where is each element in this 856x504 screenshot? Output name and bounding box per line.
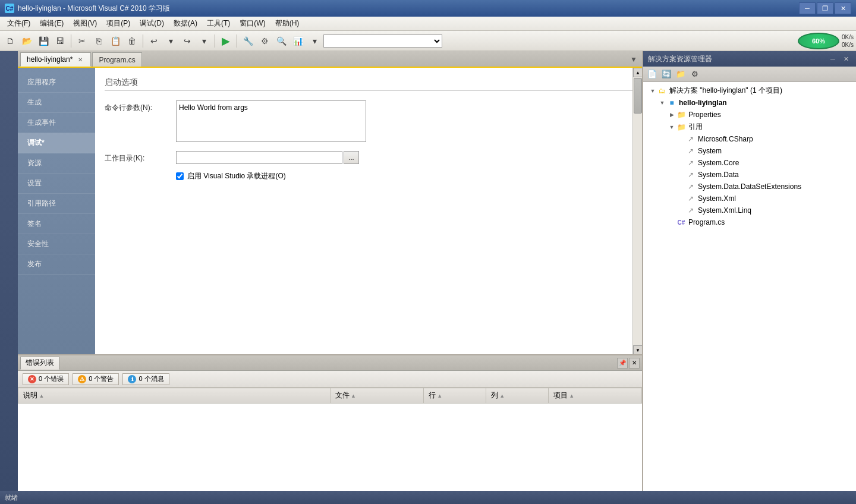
tree-expand-project[interactable]: ▼ [657, 98, 667, 108]
work-dir-input[interactable] [176, 151, 342, 164]
warning-count: 0 个警告 [89, 374, 114, 383]
toolbar-redo-dropdown[interactable]: ▾ [196, 33, 212, 49]
tree-ref-system-core[interactable]: ↗ System.Core [643, 157, 856, 169]
ref-icon-5: ↗ [686, 182, 696, 191]
tab-project-properties[interactable]: hello-liyinglan* ✕ [20, 52, 91, 67]
tree-project[interactable]: ▼ ■ hello-liyinglan [643, 97, 856, 109]
toolbar-icon2[interactable]: ⚙ [257, 33, 272, 49]
tree-expand-references[interactable]: ▼ [667, 122, 676, 132]
work-dir-label: 工作目录(K): [105, 151, 176, 163]
nav-resources[interactable]: 资源 [18, 153, 95, 174]
ref-icon-7: ↗ [686, 206, 696, 215]
scroll-down-arrow[interactable]: ▼ [633, 345, 642, 354]
col-line[interactable]: 行 [423, 388, 486, 404]
menu-window[interactable]: 窗口(W) [235, 17, 270, 30]
error-icon: ✕ [28, 375, 36, 383]
toolbar-icon1[interactable]: 🔧 [240, 33, 256, 49]
close-button[interactable]: ✕ [835, 2, 851, 14]
info-filter[interactable]: ℹ 0 个消息 [122, 373, 169, 385]
tree-ref-system-data[interactable]: ↗ System.Data [643, 169, 856, 181]
toolbar-icon4[interactable]: 📊 [290, 33, 306, 49]
vertical-tab-toolbox[interactable]: 工具箱 [0, 51, 18, 61]
error-filter[interactable]: ✕ 0 个错误 [23, 373, 69, 385]
tree-ref-ms-csharp[interactable]: ↗ Microsoft.CSharp [643, 133, 856, 145]
tree-solution[interactable]: ▼ 🗂 解决方案 "hello-liyinglan" (1 个项目) [643, 84, 856, 97]
scroll-up-arrow[interactable]: ▲ [633, 68, 642, 77]
nav-publish[interactable]: 发布 [18, 254, 95, 275]
close-bottom-panel[interactable]: ✕ [629, 358, 640, 368]
menu-help[interactable]: 帮助(H) [270, 17, 304, 30]
toolbar-new[interactable]: 🗋 [2, 33, 18, 49]
program-cs-label: Program.cs [688, 218, 725, 226]
nav-security[interactable]: 安全性 [18, 234, 95, 254]
col-project[interactable]: 项目 [548, 388, 641, 404]
properties-content: 应用程序 生成 生成事件 调试* 资源 设置 引用路径 签名 安全性 发布 启动… [18, 68, 642, 354]
menu-view[interactable]: 视图(V) [68, 17, 102, 30]
warning-filter[interactable]: ⚠ 0 个警告 [73, 373, 119, 385]
vs-host-checkbox[interactable] [176, 172, 184, 180]
tree-ref-system[interactable]: ↗ System [643, 145, 856, 157]
toolbar-paste[interactable]: 📋 [108, 33, 123, 49]
toolbar-redo[interactable]: ↪ [180, 33, 195, 49]
toolbar-undo-dropdown[interactable]: ▾ [163, 33, 178, 49]
menu-debug[interactable]: 调试(D) [135, 17, 169, 30]
solution-explorer-header: 解决方案资源管理器 ─ ✕ [643, 51, 856, 67]
menu-project[interactable]: 项目(P) [102, 17, 135, 30]
menu-tools[interactable]: 工具(T) [202, 17, 235, 30]
nav-build-events[interactable]: 生成事件 [18, 113, 95, 133]
toolbar-save-all[interactable]: 🖫 [52, 33, 68, 49]
toolbar-config-dropdown[interactable] [323, 34, 442, 48]
toolbar-cut[interactable]: ✂ [74, 33, 90, 49]
nav-settings[interactable]: 设置 [18, 174, 95, 194]
toolbar-delete[interactable]: 🗑 [124, 33, 140, 49]
tree-program-cs[interactable]: C# Program.cs [643, 216, 856, 228]
nav-build[interactable]: 生成 [18, 93, 95, 113]
work-dir-control: ... [176, 151, 366, 164]
col-description[interactable]: 说明 [18, 388, 331, 404]
toolbar-undo[interactable]: ↩ [146, 33, 162, 49]
restore-button[interactable]: ❐ [817, 2, 833, 14]
tab-program-cs[interactable]: Program.cs [92, 52, 141, 67]
pin-button[interactable]: 📌 [617, 358, 628, 368]
menu-bar: 文件(F) 编辑(E) 视图(V) 项目(P) 调试(D) 数据(A) 工具(T… [0, 17, 856, 31]
toolbar-copy[interactable]: ⎘ [91, 33, 106, 49]
col-file[interactable]: 文件 [330, 388, 423, 404]
col-col[interactable]: 列 [486, 388, 548, 404]
tab-scroll[interactable]: ▼ [628, 52, 640, 67]
toolbar-open-dropdown[interactable]: 📂 [19, 33, 34, 49]
scroll-thumb[interactable] [634, 78, 642, 114]
browse-button[interactable]: ... [344, 151, 359, 164]
menu-edit[interactable]: 编辑(E) [35, 17, 68, 30]
se-properties[interactable]: ⚙ [688, 68, 701, 81]
toolbar-run[interactable]: ▶ [218, 33, 234, 49]
tree-expand-properties[interactable]: ▶ [667, 110, 676, 119]
info-count: 0 个消息 [139, 374, 163, 383]
toolbar-save[interactable]: 💾 [36, 33, 51, 49]
se-show-all[interactable]: 📄 [646, 68, 659, 81]
menu-file[interactable]: 文件(F) [2, 17, 35, 30]
pin-panel-btn[interactable]: ─ [827, 53, 838, 64]
tree-ref-system-xml-linq[interactable]: ↗ System.Xml.Linq [643, 204, 856, 216]
tree-ref-system-data-ext[interactable]: ↗ System.Data.DataSetExtensions [643, 181, 856, 193]
se-collapse[interactable]: 📁 [674, 68, 687, 81]
minimize-button[interactable]: ─ [799, 2, 816, 14]
tree-expand-solution[interactable]: ▼ [648, 86, 657, 96]
menu-data[interactable]: 数据(A) [169, 17, 202, 30]
scrollbar[interactable]: ▲ ▼ [632, 68, 642, 354]
close-panel-btn[interactable]: ✕ [841, 53, 851, 64]
nav-ref-paths[interactable]: 引用路径 [18, 194, 95, 214]
tab-close-project[interactable]: ✕ [76, 55, 84, 64]
tree-ref-system-xml[interactable]: ↗ System.Xml [643, 193, 856, 204]
tab-error-list[interactable]: 错误列表 [20, 357, 59, 370]
nav-application[interactable]: 应用程序 [18, 73, 95, 93]
bottom-panel-buttons: 📌 ✕ [617, 358, 640, 368]
tree-references[interactable]: ▼ 📁 引用 [643, 121, 856, 133]
se-refresh[interactable]: 🔄 [660, 68, 673, 81]
nav-debug[interactable]: 调试* [18, 133, 95, 153]
ref-icon-1: ↗ [686, 134, 696, 144]
cmd-args-textarea[interactable]: Hello World from args [176, 100, 366, 142]
toolbar-icon3[interactable]: 🔍 [273, 33, 289, 49]
toolbar-icon5[interactable]: ▾ [307, 33, 322, 49]
nav-signing[interactable]: 签名 [18, 214, 95, 234]
tree-properties[interactable]: ▶ 📁 Properties [643, 109, 856, 121]
